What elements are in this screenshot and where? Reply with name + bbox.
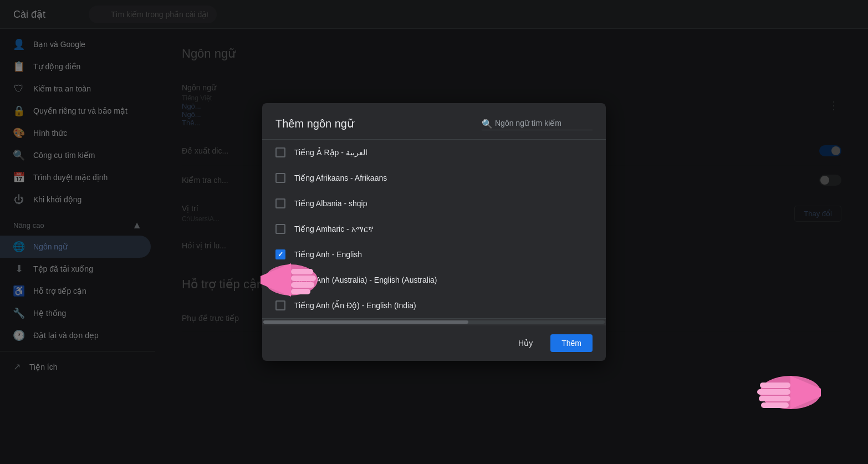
lang-item-tieng-albania[interactable]: Tiếng Albania - shqip [262, 191, 606, 216]
modal-title: Thêm ngôn ngữ [275, 117, 354, 130]
lang-checkbox-tieng-a-rap[interactable] [275, 147, 285, 157]
modal-search-wrap: 🔍 [482, 116, 593, 130]
lang-item-tieng-afrikaans[interactable]: Tiếng Afrikaans - Afrikaans [262, 165, 606, 191]
lang-checkbox-tieng-albania[interactable] [275, 198, 285, 208]
svg-rect-9 [757, 389, 790, 395]
scroll-thumb [263, 320, 468, 324]
cancel-button[interactable]: Hủy [507, 334, 544, 352]
svg-rect-8 [760, 383, 790, 388]
svg-point-6 [760, 376, 821, 409]
modal-overlay: Thêm ngôn ngữ 🔍 Tiếng Ả Rập - العربيةTiế… [0, 0, 868, 464]
add-button[interactable]: Thêm [550, 334, 593, 352]
lang-checkbox-tieng-anh-an-do[interactable] [275, 300, 285, 310]
lang-item-tieng-anh-an-do[interactable]: Tiếng Anh (Ấn Độ) - English (India) [262, 293, 606, 318]
svg-rect-10 [759, 396, 790, 401]
modal-header: Thêm ngôn ngữ 🔍 [262, 103, 606, 139]
modal-search-icon: 🔍 [482, 118, 493, 129]
lang-name-tieng-afrikaans: Tiếng Afrikaans - Afrikaans [294, 174, 387, 182]
horizontal-scrollbar[interactable] [262, 319, 606, 325]
lang-checkbox-tieng-anh-australia[interactable] [275, 275, 285, 285]
modal-footer: Hủy Thêm [262, 325, 606, 361]
lang-name-tieng-amharic: Tiếng Amharic - አማርኛ [294, 225, 374, 234]
lang-item-tieng-amharic[interactable]: Tiếng Amharic - አማርኛ [262, 216, 606, 242]
lang-checkbox-tieng-amharic[interactable] [275, 224, 285, 234]
lang-name-tieng-a-rap: Tiếng Ả Rập - العربية [294, 148, 367, 157]
lang-checkbox-tieng-anh[interactable] [275, 249, 285, 259]
lang-name-tieng-anh: Tiếng Anh - English [294, 250, 362, 259]
lang-item-tieng-anh[interactable]: Tiếng Anh - English [262, 242, 606, 267]
lang-name-tieng-albania: Tiếng Albania - shqip [294, 199, 367, 208]
add-language-modal: Thêm ngôn ngữ 🔍 Tiếng Ả Rập - العربيةTiế… [262, 103, 606, 361]
lang-name-tieng-anh-an-do: Tiếng Anh (Ấn Độ) - English (India) [294, 301, 416, 310]
language-list: Tiếng Ả Rập - العربيةTiếng Afrikaans - A… [262, 139, 606, 319]
lang-name-tieng-anh-australia: Tiếng Anh (Australia) - English (Austral… [294, 276, 437, 284]
scroll-track [263, 320, 605, 324]
lang-item-tieng-anh-australia[interactable]: Tiếng Anh (Australia) - English (Austral… [262, 267, 606, 293]
lang-item-tieng-a-rap[interactable]: Tiếng Ả Rập - العربية [262, 140, 606, 165]
modal-search-input[interactable] [482, 116, 593, 130]
lang-checkbox-tieng-afrikaans[interactable] [275, 173, 285, 183]
right-arrow-illustration [746, 368, 824, 417]
svg-marker-7 [790, 376, 821, 409]
svg-rect-11 [761, 402, 789, 408]
